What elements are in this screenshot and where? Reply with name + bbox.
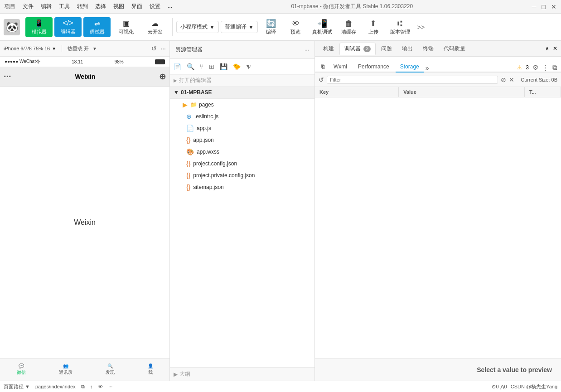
file-git-icon[interactable]: ⑂	[200, 63, 203, 70]
csdn-credit: CSDN @杨先生Yang	[511, 383, 557, 390]
compile-button[interactable]: 🔄 编译	[260, 17, 282, 37]
menu-goto[interactable]: 转到	[77, 3, 88, 10]
col-value-header: Value	[399, 87, 525, 97]
file-save-icon[interactable]: 💾	[220, 63, 227, 70]
copy-path-icon[interactable]: ⧉	[81, 384, 85, 390]
menu-more[interactable]: ...	[168, 3, 172, 10]
miniprogram-mode-dropdown[interactable]: 小程序模式 ▼	[176, 21, 219, 33]
file-new-file-icon[interactable]: 📄	[174, 63, 181, 70]
menu-settings[interactable]: 设置	[150, 3, 160, 10]
menu-tools[interactable]: 工具	[59, 3, 70, 10]
appwxss-label: app.wxss	[197, 149, 219, 155]
clear-filter-button[interactable]: ⊘	[501, 76, 506, 83]
menu-view[interactable]: 视图	[113, 3, 124, 10]
refresh-button[interactable]: ↺	[319, 76, 324, 83]
debugger-button[interactable]: ⇌ 调试器	[83, 17, 111, 37]
simulator-button[interactable]: 📱 模拟器	[25, 17, 53, 37]
nav-discover[interactable]: 🔍 发现	[106, 363, 115, 376]
tab-build[interactable]: 构建	[319, 43, 339, 54]
cloud-button[interactable]: ☁ 云开发	[141, 17, 169, 37]
status-counts: ⊙0 ⋀0	[492, 384, 507, 390]
version-label: 版本管理	[390, 29, 410, 35]
status-more-icon[interactable]: ···	[108, 384, 112, 389]
tab-problems[interactable]: 问题	[377, 43, 397, 54]
nav-me[interactable]: 👤 我	[148, 363, 153, 376]
clear-cache-button[interactable]: 🗑 清缓存	[338, 17, 360, 37]
tab-debugger[interactable]: 调试器 3	[339, 43, 376, 55]
minimize-button[interactable]: ─	[532, 3, 537, 10]
menu-project[interactable]: 项目	[5, 3, 15, 10]
sitemap-file[interactable]: {} sitemap.json	[170, 181, 314, 193]
debugger-label: 调试器	[90, 29, 105, 35]
real-debug-button[interactable]: 📲 真机调试	[309, 17, 336, 37]
hot-reload-label[interactable]: 热重载 开	[68, 45, 89, 52]
editor-label: 编辑器	[61, 28, 76, 35]
projectprivate-file[interactable]: {} project.private.config.json	[170, 169, 314, 181]
expand-panel-icon[interactable]: ⧉	[552, 63, 557, 72]
version-button[interactable]: ⑆ 版本管理	[387, 17, 414, 37]
subtab-performance[interactable]: Performance	[353, 62, 394, 73]
projectconfig-file[interactable]: {} project.config.json	[170, 158, 314, 169]
refresh-sim-button[interactable]: ↺	[151, 45, 157, 52]
device-label: iPhone 6/7/8 75% 16	[4, 46, 50, 51]
open-editors-section[interactable]: ▶ 打开的编辑器	[170, 75, 314, 87]
warning-count: 3	[526, 64, 529, 71]
subtab-back-icon[interactable]: ⎗	[319, 62, 327, 72]
file-search-icon[interactable]: 🔍	[187, 63, 194, 70]
preview-button[interactable]: 👁 预览	[284, 17, 307, 37]
file-new-icon[interactable]: ···	[305, 47, 309, 53]
upload-icon: ⬆	[370, 19, 377, 29]
subtab-more-button[interactable]: »	[426, 64, 429, 72]
collapse-up-icon[interactable]: ∧	[545, 45, 549, 52]
file-extra-icon[interactable]: ⧨	[246, 63, 251, 71]
sim-more-button[interactable]: ···	[160, 45, 166, 52]
appjson-file[interactable]: {} app.json	[170, 134, 314, 146]
file-more-icon[interactable]: 🐤	[233, 63, 241, 70]
nav-wechat[interactable]: 💬 微信	[17, 363, 26, 376]
nav-contacts[interactable]: 👥 通讯录	[59, 363, 73, 376]
compile-mode-label: 普通编译	[225, 23, 247, 31]
outline-section[interactable]: ▶ 大纲	[170, 367, 314, 381]
tab-code-quality[interactable]: 代码质量	[439, 43, 470, 54]
appjs-icon: 📄	[186, 125, 194, 132]
file-grid-icon[interactable]: ⊞	[209, 63, 214, 70]
upload-button[interactable]: ⬆ 上传	[362, 17, 385, 37]
more-tools-button[interactable]: >>	[417, 24, 425, 31]
menu-edit[interactable]: 编辑	[41, 3, 52, 10]
subtab-storage[interactable]: Storage	[396, 62, 424, 73]
menu-bar[interactable]: 项目 文件 编辑 工具 转到 选择 视图 界面 设置 ...	[5, 3, 172, 10]
eslint-file[interactable]: ⊕ .eslintrc.js	[170, 111, 314, 122]
editor-button[interactable]: </> 编辑器	[54, 17, 82, 37]
eye-status-icon[interactable]: 👁	[98, 384, 103, 389]
carrier-signal: ●●●●● WeChat令	[5, 58, 40, 65]
device-selector[interactable]: iPhone 6/7/8 75% 16 ▼	[4, 46, 56, 51]
compile-mode-dropdown[interactable]: 普通编译 ▼	[221, 21, 258, 33]
tab-output[interactable]: 输出	[397, 43, 417, 54]
window-controls[interactable]: ─ □ ✕	[532, 3, 556, 10]
more-options-icon[interactable]: ⋮	[542, 63, 549, 72]
compile-label: 编译	[266, 29, 276, 35]
appjs-file[interactable]: 📄 app.js	[170, 122, 314, 134]
subtab-wxml[interactable]: Wxml	[329, 62, 352, 73]
current-size-label: Current Size: 0B	[521, 77, 557, 82]
close-filter-button[interactable]: ✕	[509, 76, 514, 83]
tab-terminal[interactable]: 终端	[418, 43, 438, 54]
title-bar: 项目 文件 编辑 工具 转到 选择 视图 界面 设置 ... 01-mpbase…	[0, 0, 561, 14]
file-icons-row: 📄 🔍 ⑂ ⊞ 💾 🐤 ⧨	[170, 59, 314, 75]
menu-file[interactable]: 文件	[23, 3, 34, 10]
appwxss-file[interactable]: 🎨 app.wxss	[170, 146, 314, 158]
menu-select[interactable]: 选择	[95, 3, 106, 10]
page-path-label[interactable]: 页面路径 ▼	[4, 383, 30, 390]
sim-toolbar: iPhone 6/7/8 75% 16 ▼ 热重载 开 ▼ ↺ ···	[0, 41, 169, 57]
visible-button[interactable]: ▣ 可视化	[112, 17, 140, 37]
upload-status-icon[interactable]: ↑	[90, 384, 93, 389]
maximize-button[interactable]: □	[542, 3, 546, 10]
panel-close-icon[interactable]: ✕	[553, 45, 557, 52]
pages-folder[interactable]: ▶ 📁 pages	[170, 99, 314, 111]
project-root[interactable]: ▼ 01-MPBASE	[170, 87, 314, 99]
menu-interface[interactable]: 界面	[131, 3, 142, 10]
filter-input[interactable]	[327, 76, 498, 84]
settings-icon[interactable]: ⚙	[532, 63, 538, 72]
close-button[interactable]: ✕	[551, 3, 556, 10]
nav-contacts-icon: 👥	[63, 363, 68, 368]
